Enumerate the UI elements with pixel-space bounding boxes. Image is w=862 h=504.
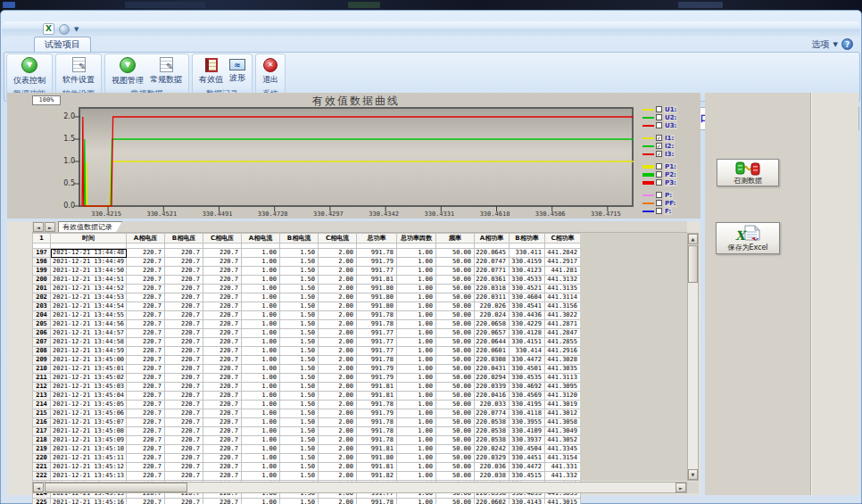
cell[interactable]: 330.4692 [510, 383, 545, 392]
cell[interactable]: 220.7 [165, 409, 203, 418]
cell[interactable]: 1.50 [280, 276, 319, 285]
cell[interactable]: 2021-12-21 13:45:02 [51, 374, 127, 383]
cell[interactable]: 441.2916 [545, 347, 581, 356]
cell[interactable]: 991.77 [357, 338, 397, 347]
cell[interactable]: 1.50 [280, 347, 319, 356]
cell[interactable]: 220.0308 [475, 356, 510, 365]
cell[interactable]: 1.00 [397, 409, 436, 418]
legend-checkbox[interactable] [656, 122, 662, 128]
cell[interactable]: 330.4515 [510, 472, 545, 481]
column-header[interactable]: 1 [33, 234, 51, 244]
cell[interactable]: 220.7 [127, 302, 165, 311]
column-header[interactable]: C相电流 [319, 234, 357, 244]
cell[interactable]: 1.00 [242, 276, 280, 285]
cell[interactable]: 50.00 [436, 392, 475, 401]
cell[interactable]: 220.0657 [475, 329, 510, 338]
cell[interactable]: 330.4472 [510, 463, 545, 472]
cell[interactable]: 220.7 [165, 499, 203, 504]
cell[interactable]: 2.00 [319, 276, 357, 285]
column-header[interactable]: C相电压 [203, 234, 242, 244]
cell[interactable]: 50.00 [436, 276, 475, 285]
cell[interactable]: 220.7 [203, 427, 242, 436]
row-number-cell[interactable]: 225 [33, 499, 51, 504]
cell[interactable]: 50.00 [436, 499, 475, 504]
row-number-cell[interactable]: 216 [33, 418, 51, 427]
cell[interactable]: 1.00 [397, 311, 436, 320]
cell[interactable]: 441.3022 [545, 311, 581, 320]
cell[interactable]: 220.7 [127, 445, 165, 454]
ribbon-button-waveform[interactable]: 波形 [228, 59, 247, 84]
legend-checkbox[interactable] [656, 114, 662, 120]
table-row[interactable]: 2162021-12-21 13:45:07220.7220.7220.71.0… [33, 418, 581, 427]
cell[interactable]: 1.50 [280, 401, 319, 409]
column-header[interactable]: C相功率 [545, 234, 581, 244]
cell[interactable]: 330.4143 [510, 499, 545, 504]
cell[interactable]: 50.00 [436, 463, 475, 472]
cell[interactable]: 2.00 [319, 285, 357, 293]
cell[interactable]: 220.7 [165, 392, 203, 401]
cell[interactable]: 441.3345 [545, 445, 581, 454]
cell[interactable]: 2021-12-21 13:44:59 [51, 347, 127, 356]
cell[interactable]: 220.7 [127, 427, 165, 436]
cell[interactable]: 441.3052 [545, 436, 581, 445]
row-number-cell[interactable]: 204 [33, 311, 51, 320]
cell[interactable]: 2.00 [319, 249, 357, 258]
cell[interactable]: 2021-12-21 13:44:51 [51, 276, 127, 285]
row-number-cell[interactable]: 211 [33, 374, 51, 383]
cell[interactable]: 991.80 [357, 454, 397, 463]
cell[interactable]: 2021-12-21 13:44:58 [51, 338, 127, 347]
cell[interactable]: 1.00 [397, 267, 436, 276]
cell[interactable]: 1.50 [280, 320, 319, 329]
cell[interactable]: 2021-12-21 13:44:52 [51, 285, 127, 293]
window-icon[interactable] [59, 24, 70, 35]
column-header[interactable]: 总功率因数 [397, 234, 436, 244]
cell[interactable]: 1.00 [397, 347, 436, 356]
cell[interactable]: 220.038 [475, 472, 510, 481]
cell[interactable]: 991.78 [357, 436, 397, 445]
cell[interactable]: 220.7 [203, 285, 242, 293]
cell[interactable]: 441.2917 [545, 258, 581, 267]
cell[interactable]: 220.7 [203, 374, 242, 383]
table-row[interactable]: 2072021-12-21 13:44:58220.7220.7220.71.0… [33, 338, 581, 347]
row-number-cell[interactable]: 222 [33, 472, 51, 481]
cell[interactable]: 441.331 [545, 463, 581, 472]
cell[interactable]: 441.2847 [545, 329, 581, 338]
cell[interactable]: 220.7 [165, 445, 203, 454]
cell[interactable]: 1.00 [242, 293, 280, 302]
cell[interactable]: 220.7 [165, 293, 203, 302]
cell[interactable]: 220.7 [127, 311, 165, 320]
cell[interactable]: 220.7 [127, 347, 165, 356]
cell[interactable]: 50.00 [436, 258, 475, 267]
cell[interactable]: 50.00 [436, 409, 475, 418]
cell[interactable]: 441.3120 [545, 392, 581, 401]
cell[interactable]: 441.281 [545, 267, 581, 276]
cell[interactable]: 220.0644 [475, 338, 510, 347]
cell[interactable]: 991.80 [357, 302, 397, 311]
cell[interactable]: 2021-12-21 13:44:49 [51, 258, 127, 267]
column-header[interactable]: A相功率 [475, 234, 510, 244]
cell[interactable]: 330.4118 [510, 409, 545, 418]
cell[interactable]: 2021-12-21 13:45:12 [51, 463, 127, 472]
cell[interactable]: 1.00 [242, 463, 280, 472]
cell[interactable]: 220.7 [203, 499, 242, 504]
cell[interactable]: 441.3058 [545, 418, 581, 427]
cell[interactable]: 2.00 [319, 374, 357, 383]
cell[interactable]: 1.00 [397, 454, 436, 463]
cell[interactable]: 991.81 [357, 383, 397, 392]
cell[interactable]: 1.00 [397, 427, 436, 436]
cell[interactable]: 2021-12-21 13:45:05 [51, 401, 127, 409]
save-excel-button[interactable]: X 保存为Excel [716, 222, 780, 254]
cell[interactable]: 1.00 [242, 418, 280, 427]
cell[interactable]: 220.7 [127, 365, 165, 374]
table-row[interactable]: 2082021-12-21 13:44:59220.7220.7220.71.0… [33, 347, 581, 356]
cell[interactable]: 1.50 [280, 409, 319, 418]
cell[interactable]: 220.7 [165, 383, 203, 392]
column-header[interactable]: B相电流 [280, 234, 319, 244]
cell[interactable]: 991.81 [357, 392, 397, 401]
row-number-cell[interactable]: 209 [33, 356, 51, 365]
cell[interactable]: 2021-12-21 13:44:56 [51, 320, 127, 329]
cell[interactable]: 220.7 [203, 472, 242, 481]
cell[interactable]: 220.7 [165, 267, 203, 276]
table-row[interactable]: 1992021-12-21 13:44:50220.7220.7220.71.0… [33, 267, 581, 276]
cell[interactable]: 1.00 [242, 329, 280, 338]
